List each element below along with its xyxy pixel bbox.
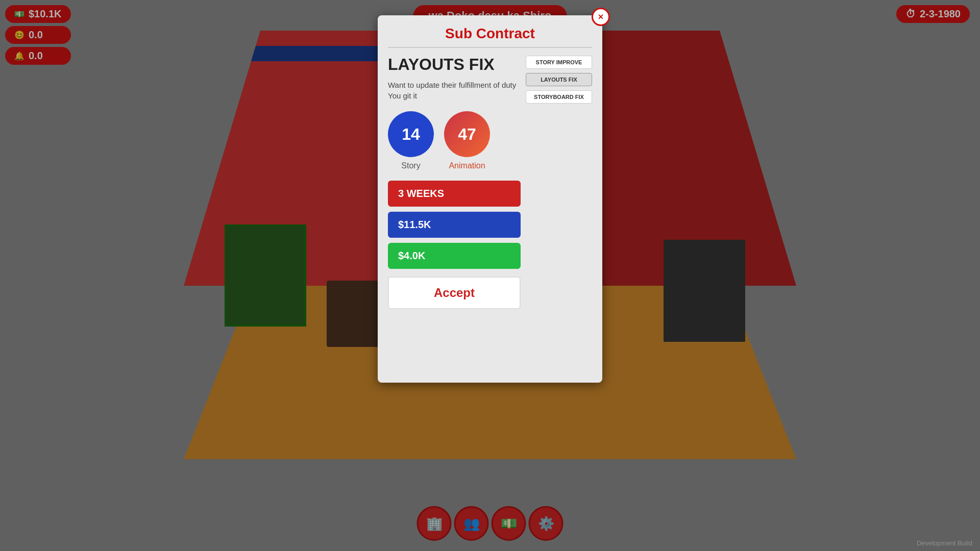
stats-row: 14 Story 47 Animation: [388, 111, 521, 170]
animation-value: 47: [458, 125, 476, 144]
tab-story-improve[interactable]: STORY IMPROVE: [526, 56, 592, 69]
story-label: Story: [401, 161, 420, 170]
modal-content-left: LAYOUTS FIX Want to update their fulfill…: [388, 56, 521, 309]
contract-name: LAYOUTS FIX: [388, 56, 521, 73]
duration-bar: 3 WEEKS: [388, 181, 521, 207]
accept-button[interactable]: Accept: [388, 277, 521, 309]
story-stat: 14 Story: [388, 111, 434, 170]
story-circle: 14: [388, 111, 434, 157]
payment-bar: $11.5K: [388, 212, 521, 238]
modal-title: Sub Contract: [388, 26, 592, 48]
animation-circle: 47: [444, 111, 490, 157]
tab-layouts-fix[interactable]: LAYOUTS FIX: [526, 73, 592, 86]
animation-label: Animation: [449, 161, 485, 170]
penalty-bar: $4.0K: [388, 243, 521, 269]
animation-stat: 47 Animation: [444, 111, 490, 170]
close-button[interactable]: ×: [592, 8, 610, 26]
contract-description: Want to update their fulfillment of duty…: [388, 80, 521, 101]
modal-overlay: × Sub Contract LAYOUTS FIX Want to updat…: [0, 0, 980, 551]
story-value: 14: [402, 125, 420, 144]
tab-storyboard-fix[interactable]: STORYBOARD FIX: [526, 90, 592, 104]
modal-tabs: STORY IMPROVE LAYOUTS FIX STORYBOARD FIX: [526, 56, 592, 309]
subcontract-modal: × Sub Contract LAYOUTS FIX Want to updat…: [378, 15, 602, 383]
